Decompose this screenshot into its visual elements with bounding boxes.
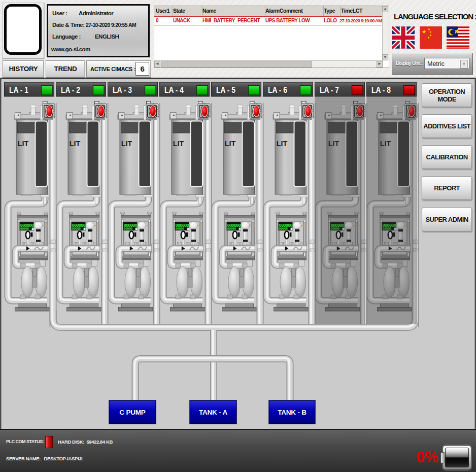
- svg-text:LA - 1: LA - 1: [9, 85, 28, 94]
- svg-text:LA - 7: LA - 7: [320, 85, 339, 94]
- svg-text:C PUMP: C PUMP: [119, 409, 145, 416]
- svg-text:LA - 3: LA - 3: [113, 85, 132, 94]
- svg-text:TANK - B: TANK - B: [278, 409, 307, 416]
- svg-text:LA - 8: LA - 8: [371, 85, 391, 94]
- svg-text:LA - 4: LA - 4: [164, 85, 184, 94]
- svg-text:LA - 2: LA - 2: [61, 85, 80, 94]
- svg-text:TANK - A: TANK - A: [199, 409, 228, 416]
- svg-text:LA - 5: LA - 5: [216, 85, 235, 94]
- svg-text:LA - 6: LA - 6: [268, 85, 287, 94]
